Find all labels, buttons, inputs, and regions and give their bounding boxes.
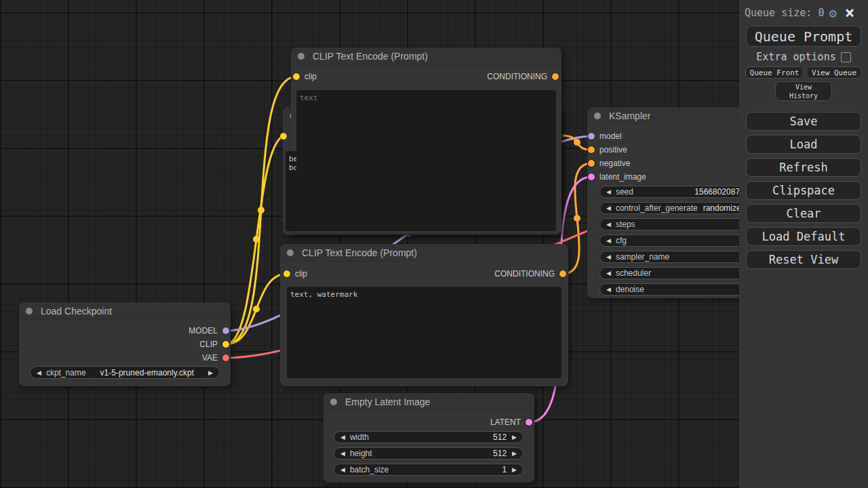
decrement-arrow-icon[interactable]: ◀	[606, 270, 611, 277]
decrement-arrow-icon[interactable]: ◀	[340, 434, 345, 441]
widget-height[interactable]: ◀ height 512 ▶	[334, 447, 524, 460]
link-midpoint-dot[interactable]	[253, 306, 260, 312]
clipspace-button[interactable]: Clipspace	[746, 181, 861, 200]
node-title-bar[interactable]: Load Checkpoint	[19, 302, 231, 320]
node-title-bar[interactable]: CLIP Text Encode (Prompt)	[280, 244, 568, 262]
link-midpoint-dot[interactable]	[253, 236, 260, 243]
node-title: CLIP Text Encode (Prompt)	[302, 247, 417, 258]
input-port-latent-image[interactable]: latent_image	[588, 172, 646, 182]
input-port-clip[interactable]: clip	[283, 269, 307, 279]
node-clip-text-encode-bottom[interactable]: CLIP Text Encode (Prompt) clip CONDITION…	[280, 244, 568, 386]
decrement-arrow-icon[interactable]: ◀	[340, 466, 345, 473]
widget-value: randomize	[703, 203, 740, 213]
conditioning-port-dot[interactable]	[588, 146, 595, 153]
input-port-clip[interactable]: clip	[293, 72, 317, 81]
extra-options-checkbox[interactable]	[841, 52, 851, 62]
collapse-dot-icon[interactable]	[594, 113, 601, 119]
node-title-bar[interactable]: Empty Latent Image	[323, 393, 534, 411]
queue-prompt-button[interactable]: Queue Prompt	[746, 26, 861, 47]
collapse-dot-icon[interactable]	[26, 308, 33, 314]
link-midpoint-dot[interactable]	[574, 215, 580, 222]
decrement-arrow-icon[interactable]: ◀	[606, 205, 611, 211]
collapse-dot-icon[interactable]	[287, 249, 294, 256]
widget-steps[interactable]: ◀ steps ▶	[599, 218, 757, 230]
clip-port-dot[interactable]	[222, 341, 229, 348]
widget-width[interactable]: ◀ width 512 ▶	[334, 431, 524, 443]
input-port-label: clip	[304, 72, 317, 81]
widget-value: 512	[378, 449, 507, 458]
widget-denoise[interactable]: ◀ denoise ▶	[599, 283, 757, 296]
prompt-textarea-top[interactable]: text	[296, 90, 556, 230]
clear-button[interactable]: Clear	[746, 204, 861, 223]
queue-front-button[interactable]: Queue Front	[745, 66, 804, 79]
view-history-button[interactable]: View History	[775, 81, 832, 101]
prev-option-arrow-icon[interactable]: ◀	[37, 369, 41, 376]
widget-label: batch_size	[350, 465, 389, 474]
input-port-model[interactable]: model	[588, 131, 622, 141]
collapse-dot-icon[interactable]	[298, 53, 304, 60]
clip-port-dot[interactable]	[280, 133, 287, 140]
load-button[interactable]: Load	[746, 135, 861, 154]
increment-arrow-icon[interactable]: ▶	[512, 466, 517, 473]
clip-port-dot[interactable]	[283, 270, 290, 277]
widget-label: width	[350, 432, 369, 442]
widget-control-after-generate[interactable]: ◀ control_after_generate randomize ▶	[599, 202, 757, 214]
input-port-clip[interactable]	[280, 131, 287, 141]
node-load-checkpoint[interactable]: Load Checkpoint MODEL CLIP VAE ◀ ckpt_na…	[19, 302, 231, 386]
load-default-button[interactable]: Load Default	[746, 227, 861, 246]
next-option-arrow-icon[interactable]: ▶	[208, 369, 213, 376]
input-port-negative[interactable]: negative	[588, 159, 630, 168]
node-title: Load Checkpoint	[41, 306, 112, 317]
collapse-dot-icon[interactable]	[330, 399, 337, 405]
widget-sampler-name[interactable]: ◀ sampler_name ▶	[599, 251, 757, 263]
output-port-conditioning[interactable]: CONDITIONING	[494, 269, 566, 279]
node-title-bar[interactable]: CLIP Text Encode (Prompt)	[291, 47, 561, 65]
queue-header: Queue size: 0 ⚙ ×	[745, 4, 864, 22]
model-port-dot[interactable]	[222, 327, 229, 334]
widget-seed[interactable]: ◀ seed 1566802087 ▶	[599, 186, 757, 198]
widget-batch-size[interactable]: ◀ batch_size 1 ▶	[334, 464, 524, 476]
prompt-textarea-negative[interactable]: text, watermark	[287, 287, 561, 378]
increment-arrow-icon[interactable]: ▶	[512, 434, 517, 441]
output-port-latent[interactable]: LATENT	[490, 418, 532, 427]
input-port-positive[interactable]: positive	[588, 145, 627, 155]
output-port-clip[interactable]: CLIP	[199, 340, 229, 349]
save-button[interactable]: Save	[746, 112, 861, 131]
settings-gear-icon[interactable]: ⚙	[829, 7, 836, 20]
latent-port-dot[interactable]	[526, 419, 532, 426]
output-port-conditioning[interactable]: CONDITIONING	[487, 72, 559, 81]
node-graph-canvas[interactable]: CLIP Text Encode (Prompt) clip CONDITION…	[0, 0, 868, 488]
decrement-arrow-icon[interactable]: ◀	[606, 253, 611, 260]
refresh-button[interactable]: Refresh	[746, 158, 861, 177]
widget-value: 1566802087	[639, 187, 740, 197]
widget-scheduler[interactable]: ◀ scheduler ▶	[599, 267, 757, 279]
vae-port-dot[interactable]	[222, 354, 229, 361]
link-midpoint-dot[interactable]	[574, 139, 580, 146]
output-port-vae[interactable]: VAE	[202, 353, 229, 363]
decrement-arrow-icon[interactable]: ◀	[340, 450, 345, 457]
decrement-arrow-icon[interactable]: ◀	[606, 188, 611, 195]
model-port-dot[interactable]	[588, 133, 595, 140]
conditioning-port-dot[interactable]	[588, 160, 595, 167]
conditioning-port-dot[interactable]	[552, 73, 559, 80]
close-icon[interactable]: ×	[845, 5, 854, 21]
output-port-model[interactable]: MODEL	[189, 326, 229, 336]
widget-label: sampler_name	[616, 252, 669, 262]
decrement-arrow-icon[interactable]: ◀	[606, 286, 611, 293]
widget-ckpt-name[interactable]: ◀ ckpt_name v1-5-pruned-emaonly.ckpt ▶	[30, 366, 220, 379]
decrement-arrow-icon[interactable]: ◀	[606, 221, 611, 228]
conditioning-port-dot[interactable]	[559, 270, 566, 277]
widget-label: denoise	[616, 285, 644, 294]
reset-view-button[interactable]: Reset View	[746, 250, 861, 269]
view-queue-button[interactable]: View Queue	[806, 66, 862, 79]
widget-label: scheduler	[616, 268, 651, 278]
decrement-arrow-icon[interactable]: ◀	[606, 237, 611, 244]
latent-port-dot[interactable]	[588, 174, 595, 180]
node-empty-latent-image[interactable]: Empty Latent Image LATENT ◀ width 512 ▶ …	[323, 393, 534, 483]
output-port-label: LATENT	[490, 418, 521, 427]
output-port-label: CONDITIONING	[487, 72, 547, 81]
clip-port-dot[interactable]	[293, 73, 300, 80]
link-midpoint-dot[interactable]	[258, 207, 264, 214]
widget-cfg[interactable]: ◀ cfg ▶	[599, 235, 757, 247]
increment-arrow-icon[interactable]: ▶	[512, 450, 517, 457]
